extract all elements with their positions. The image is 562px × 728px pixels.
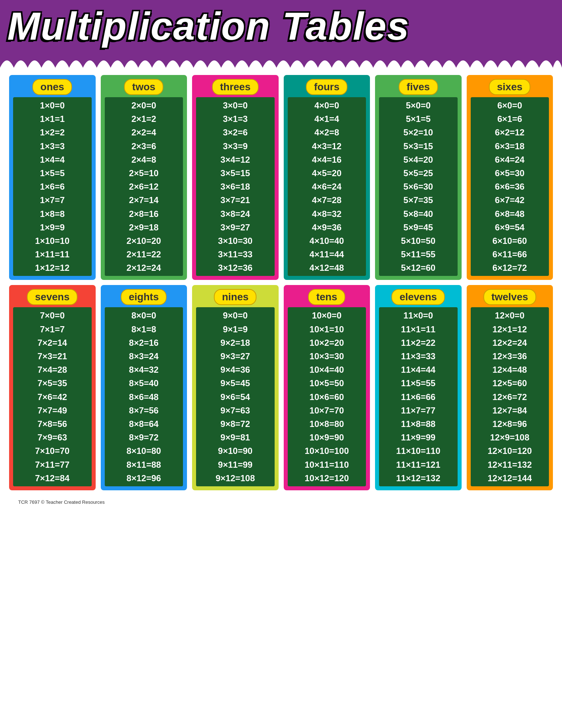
table-row: 5×2=10 [382,126,455,139]
table-row: 10×2=20 [291,336,363,349]
table-inner-ones: 1×0=01×1=11×2=21×3=31×4=41×5=51×6=61×7=7… [13,97,92,276]
table-row: 1×9=9 [16,221,89,234]
table-row: 12×12=144 [474,471,546,485]
table-row: 3×6=18 [199,180,272,193]
table-row: 4×4=16 [291,153,363,166]
table-row: 9×11=99 [199,458,272,471]
wavy-divider [0,50,562,68]
table-card-sixes: sixes6×0=06×1=66×2=126×3=186×4=246×5=306… [467,75,553,280]
table-row: 11×12=132 [382,471,455,485]
table-row: 11×1=11 [382,323,455,336]
table-row: 10×0=0 [291,309,363,322]
table-card-sevens: sevens7×0=07×1=77×2=147×3=217×4=287×5=35… [9,285,96,490]
table-row: 8×5=40 [108,376,180,390]
table-row: 7×6=42 [16,390,89,404]
table-row: 1×1=1 [16,112,89,126]
table-row: 9×7=63 [199,404,272,417]
table-card-threes: threes3×0=03×1=33×2=63×3=93×4=123×5=153×… [192,75,279,280]
table-row: 3×4=12 [199,153,272,166]
table-row: 5×6=30 [382,180,455,193]
content-area: ones1×0=01×1=11×2=21×3=31×4=41×5=51×6=61… [0,68,562,518]
table-row: 6×0=0 [474,99,546,112]
table-row: 2×4=8 [108,153,180,166]
table-row: 10×12=120 [291,471,363,485]
table-row: 6×7=42 [474,193,546,207]
table-row: 11×8=88 [382,417,455,431]
table-row: 8×0=0 [108,309,180,322]
table-row: 5×11=55 [382,248,455,261]
table-row: 9×1=9 [199,323,272,336]
table-row: 3×2=6 [199,126,272,139]
table-inner-sevens: 7×0=07×1=77×2=147×3=217×4=287×5=357×6=42… [13,307,92,486]
table-row: 2×10=20 [108,234,180,248]
table-row: 8×1=8 [108,323,180,336]
table-row: 7×1=7 [16,323,89,336]
table-row: 12×3=36 [474,349,546,363]
table-row: 6×6=36 [474,180,546,193]
table-row: 9×10=90 [199,444,272,458]
table-row: 9×6=54 [199,390,272,404]
table-row: 7×2=14 [16,336,89,349]
table-row: 1×3=3 [16,139,89,153]
table-row: 8×10=80 [108,444,180,458]
table-row: 8×7=56 [108,404,180,417]
table-row: 1×0=0 [16,99,89,112]
table-row: 8×12=96 [108,471,180,485]
table-row: 9×2=18 [199,336,272,349]
table-row: 11×4=44 [382,363,455,376]
table-row: 12×11=132 [474,458,546,471]
table-label-sevens: sevens [27,289,77,305]
table-row: 9×4=36 [199,363,272,376]
table-row: 2×9=18 [108,221,180,234]
table-row: 3×12=36 [199,261,272,274]
table-inner-threes: 3×0=03×1=33×2=63×3=93×4=123×5=153×6=183×… [196,97,275,276]
table-inner-twelves: 12×0=012×1=1212×2=2412×3=3612×4=4812×5=6… [471,307,549,486]
table-row: 10×8=80 [291,417,363,431]
table-row: 10×11=110 [291,458,363,471]
table-row: 9×12=108 [199,471,272,485]
table-row: 11×7=77 [382,404,455,417]
table-inner-eights: 8×0=08×1=88×2=168×3=248×4=328×5=408×6=48… [105,307,183,486]
table-row: 4×5=20 [291,166,363,180]
table-row: 12×5=60 [474,376,546,390]
table-row: 5×0=0 [382,99,455,112]
table-row: 5×9=45 [382,221,455,234]
table-row: 10×4=40 [291,363,363,376]
table-row: 8×8=64 [108,417,180,431]
table-card-tens: tens10×0=010×1=1010×2=2010×3=3010×4=4010… [284,285,370,490]
table-row: 2×5=10 [108,166,180,180]
table-row: 8×6=48 [108,390,180,404]
table-row: 1×7=7 [16,193,89,207]
table-row: 1×11=11 [16,248,89,261]
table-row: 5×8=40 [382,207,455,221]
table-inner-fives: 5×0=05×1=55×2=105×3=155×4=205×5=255×6=30… [379,97,458,276]
page-title: Multiplication Tables [7,7,555,50]
table-card-twelves: twelves12×0=012×1=1212×2=2412×3=3612×4=4… [467,285,553,490]
table-row: 6×8=48 [474,207,546,221]
table-row: 11×10=110 [382,444,455,458]
table-label-twos: twos [124,79,163,95]
table-row: 11×2=22 [382,336,455,349]
table-row: 4×12=48 [291,261,363,274]
table-inner-tens: 10×0=010×1=1010×2=2010×3=3010×4=4010×5=5… [288,307,366,486]
table-inner-nines: 9×0=09×1=99×2=189×3=279×4=369×5=459×6=54… [196,307,275,486]
table-row: 3×11=33 [199,248,272,261]
table-row: 5×7=35 [382,193,455,207]
table-row: 12×6=72 [474,390,546,404]
table-row: 10×3=30 [291,349,363,363]
table-card-nines: nines9×0=09×1=99×2=189×3=279×4=369×5=459… [192,285,279,490]
table-row: 7×9=63 [16,431,89,444]
table-row: 1×8=8 [16,207,89,221]
table-row: 3×10=30 [199,234,272,248]
table-row: 7×10=70 [16,444,89,458]
table-row: 4×6=24 [291,180,363,193]
table-row: 7×8=56 [16,417,89,431]
table-row: 6×11=66 [474,248,546,261]
table-row: 4×11=44 [291,248,363,261]
table-card-fours: fours4×0=04×1=44×2=84×3=124×4=164×5=204×… [284,75,370,280]
table-row: 2×6=12 [108,180,180,193]
table-row: 4×7=28 [291,193,363,207]
table-row: 6×5=30 [474,166,546,180]
table-row: 2×0=0 [108,99,180,112]
table-row: 12×4=48 [474,363,546,376]
